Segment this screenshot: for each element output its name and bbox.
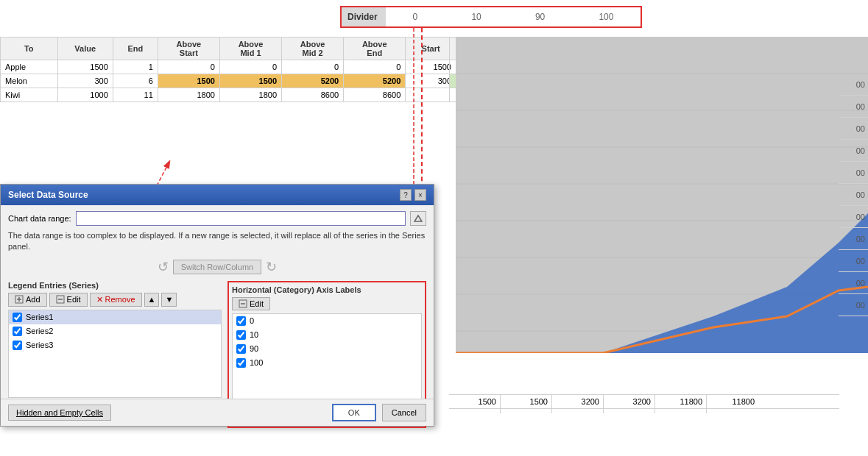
- cell-melon-value: 300: [57, 74, 113, 88]
- axis-0-checkbox[interactable]: [236, 316, 246, 326]
- remove-series-btn[interactable]: ✕ Remove: [90, 293, 142, 307]
- col-header-above-end: AboveEnd: [344, 38, 406, 60]
- add-btn-label: Add: [26, 295, 40, 304]
- footer-buttons: OK Cancel: [332, 404, 426, 421]
- warning-text: The data range is too complex to be disp…: [8, 230, 426, 253]
- cell-apple-name: Apple: [1, 60, 58, 74]
- cell-melon-end: 6: [113, 74, 158, 88]
- cell-kiwi-name: Kiwi: [1, 88, 58, 102]
- edit-axis-btn[interactable]: Edit: [232, 297, 270, 310]
- series2-label: Series2: [26, 327, 53, 335]
- series-item-2[interactable]: Series2: [9, 324, 221, 338]
- axis-edit-btn-label: Edit: [250, 299, 264, 308]
- cell-kiwi-above-end: 8600: [344, 88, 406, 102]
- col-header-to: To: [1, 38, 58, 60]
- series-item-1[interactable]: Series1: [9, 310, 221, 324]
- table-row-melon: Melon 300 6 1500 1500 5200 5200 300: [1, 74, 456, 88]
- cell-apple-above-mid1: 0: [219, 60, 281, 74]
- range-collapse-btn[interactable]: [410, 211, 426, 226]
- cell-kiwi-above-mid1: 1800: [219, 88, 281, 102]
- cell-br-2: 3200: [552, 395, 604, 408]
- move-up-btn[interactable]: ▲: [144, 293, 160, 307]
- side-num: 00: [839, 206, 868, 228]
- cell-kiwi-end: 11: [113, 88, 158, 102]
- cell-br-4: 11800: [655, 395, 707, 408]
- series1-checkbox[interactable]: [13, 313, 22, 322]
- bottom-rows-right: 1500 1500 3200 3200 11800 11800: [449, 394, 839, 413]
- legend-toolbar: Add Edit ✕ Remove ▲: [8, 293, 222, 307]
- move-down-btn[interactable]: ▼: [161, 293, 177, 307]
- axis-item-100[interactable]: 100: [233, 356, 421, 370]
- axis-10-checkbox[interactable]: [236, 330, 246, 340]
- ok-btn[interactable]: OK: [332, 404, 376, 421]
- cell-apple-above-mid2: 0: [282, 60, 344, 74]
- cell-br-3: 3200: [604, 395, 655, 408]
- axis-item-90[interactable]: 90: [233, 342, 421, 356]
- chart-svg: [456, 37, 868, 353]
- cancel-btn[interactable]: Cancel: [382, 404, 426, 421]
- cell-br-5: 11800: [707, 395, 758, 408]
- axis-item-10[interactable]: 10: [233, 328, 421, 342]
- series3-label: Series3: [26, 341, 53, 349]
- switch-row-col-area: ↺ Switch Row/Column ↻: [8, 259, 426, 275]
- switch-row-column-btn[interactable]: Switch Row/Column: [173, 260, 261, 274]
- axis-100-label: 100: [250, 358, 263, 367]
- add-series-btn[interactable]: Add: [8, 293, 47, 307]
- side-num: 00: [839, 74, 868, 96]
- dialog-help-btn[interactable]: ?: [400, 189, 412, 201]
- select-data-source-dialog: Select Data Source ? × Chart data range:…: [0, 184, 434, 427]
- side-num: 00: [839, 96, 868, 118]
- cell-br2-0: [449, 409, 501, 413]
- divider-val-0: 0: [413, 12, 418, 22]
- side-num: 00: [839, 140, 868, 162]
- table-row: Apple 1500 1 0 0 0 0 1500: [1, 60, 456, 74]
- axis-100-checkbox[interactable]: [236, 358, 246, 368]
- cell-melon-above-end: 5200: [344, 74, 406, 88]
- range-row: Chart data range:: [8, 211, 426, 226]
- cell-br2-3: [604, 409, 655, 413]
- axis-item-0[interactable]: 0: [233, 314, 421, 328]
- col-header-above-mid1: AboveMid 1: [219, 38, 281, 60]
- axis-10-label: 10: [250, 330, 258, 339]
- cell-br-1: 1500: [501, 395, 552, 408]
- spreadsheet-area: Divider 0 10 90 100 To Value End AboveSt…: [0, 0, 868, 456]
- chevron-down-icon: ▼: [165, 295, 173, 304]
- series1-label: Series1: [26, 313, 53, 321]
- cell-br2-2: [552, 409, 604, 413]
- side-num: 00: [839, 272, 868, 294]
- divider-val-90: 90: [535, 12, 545, 22]
- divider-values: 0 10 90 100: [386, 12, 641, 22]
- chart-data-range-input[interactable]: [76, 211, 406, 226]
- edit-icon: [56, 295, 65, 304]
- arrow-left-icon: ↺: [158, 259, 169, 275]
- series3-checkbox[interactable]: [13, 341, 22, 350]
- spreadsheet-table-left: To Value End AboveStart AboveMid 1 Above…: [0, 37, 456, 102]
- cell-apple-end: 1: [113, 60, 158, 74]
- series-item-3[interactable]: Series3: [9, 338, 221, 352]
- side-num: 00: [839, 184, 868, 206]
- table-row: 1500 1500 3200 3200 11800 11800: [449, 395, 839, 409]
- dialog-close-btn[interactable]: ×: [414, 189, 426, 201]
- remove-x-icon: ✕: [96, 295, 103, 304]
- range-label: Chart data range:: [8, 214, 71, 223]
- cell-melon-above-mid1: 1500: [219, 74, 281, 88]
- side-num: 00: [839, 118, 868, 140]
- col-header-value: Value: [57, 38, 113, 60]
- arrow-right-icon: ↻: [266, 259, 277, 275]
- cell-melon-above-mid2: 5200: [282, 74, 344, 88]
- axis-90-checkbox[interactable]: [236, 344, 246, 354]
- dialog-controls: ? ×: [400, 189, 426, 201]
- divider-label: Divider: [342, 7, 386, 26]
- side-num: 00: [839, 250, 868, 272]
- side-num: 00: [839, 228, 868, 250]
- col-header-end: End: [113, 38, 158, 60]
- series2-checkbox[interactable]: [13, 327, 22, 336]
- chart-area: [456, 37, 868, 353]
- axis-90-label: 90: [250, 344, 258, 353]
- edit-series-btn[interactable]: Edit: [49, 293, 88, 307]
- hidden-empty-cells-btn[interactable]: Hidden and Empty Cells: [8, 405, 111, 421]
- cell-melon-name: Melon: [1, 74, 58, 88]
- axis-panel-header: Horizontal (Category) Axis Labels: [232, 285, 422, 294]
- cell-apple-above-end: 0: [344, 60, 406, 74]
- cell-kiwi-above-mid2: 8600: [282, 88, 344, 102]
